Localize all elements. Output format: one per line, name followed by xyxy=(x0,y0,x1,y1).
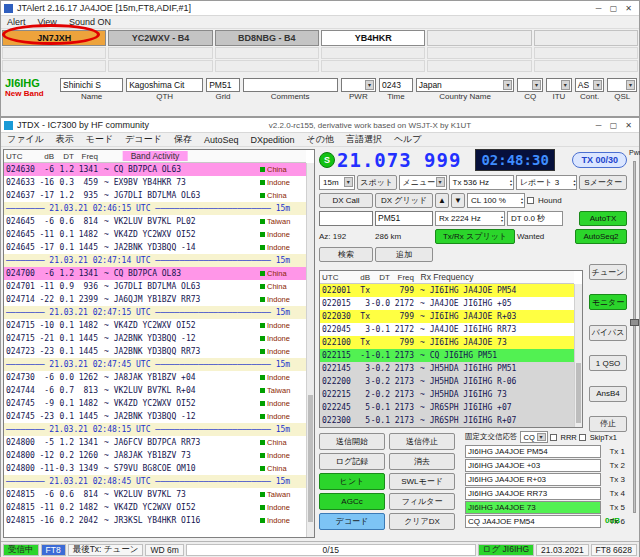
close-icon[interactable]: ✕ xyxy=(621,4,636,13)
menus-button[interactable]: メニュー▾ xyxy=(399,175,447,190)
decode-row[interactable]: 0222455-0.12173~ JR6SPH JI6IHG +07 xyxy=(320,401,574,414)
autoseq-button[interactable]: AutoSeq2 xyxy=(575,229,627,244)
decode-row[interactable]: 0222152-0.22173~ JH5HDA JI6IHG 73 xyxy=(320,388,574,401)
rx-freq-spinner[interactable]: Rx 2224 Hz▴▾ xyxy=(435,211,505,226)
continent-select[interactable]: AS▾ xyxy=(575,78,605,92)
decode-row[interactable]: 024745-230.11445~ JA2BNK YD3BQQ -12Indon… xyxy=(4,410,306,423)
decode-row[interactable]: 0222003-0.22173~ JH5HDA JI6IHG R-06 xyxy=(320,375,574,388)
side-button-停止[interactable]: 停止 xyxy=(589,416,627,432)
tx-message-field[interactable]: JI6IHG JA4JOE +03 xyxy=(465,459,601,472)
tx-message-field[interactable]: CQ JA4JOE PM54 xyxy=(465,515,601,528)
decode-row[interactable]: 022115-1-0.12173~ CQ JI6IHG PM51 xyxy=(320,349,574,362)
cq-zone-select[interactable]: ▾ xyxy=(517,78,543,92)
txrx-split-button[interactable]: Tx/Rx スプリット xyxy=(435,229,515,244)
spot-button[interactable]: スポット xyxy=(357,175,397,190)
minimize-icon[interactable]: ─ xyxy=(591,121,606,130)
decode-row[interactable]: 0223155-0.12173~ JR6SPH JI6IHG 73 xyxy=(320,427,574,428)
decode-row[interactable]: 0221453-0.22173~ JH5HDA JI6IHG PM51 xyxy=(320,362,574,375)
add-button[interactable]: 追加 xyxy=(375,247,433,262)
menu-item[interactable]: DXpedition xyxy=(244,135,300,145)
decode-row[interactable]: 024744-60.7813~ VK2LUV BV7KL R+04Taiwan xyxy=(4,384,306,397)
callsign-slot[interactable]: BD8NBG - B4 xyxy=(215,30,319,46)
pwr-select[interactable]: ▾ xyxy=(341,78,377,92)
menu-item[interactable]: その他 xyxy=(300,133,339,146)
freq-up-button[interactable]: ▲ xyxy=(435,193,449,208)
tx-watchdog-button[interactable]: TX 00/30 xyxy=(572,152,627,168)
decode-row[interactable]: 024745-90.11482~ VK4ZD YC2WXV OI52Indone xyxy=(4,397,306,410)
power-slider-track[interactable] xyxy=(633,161,636,513)
band-activity-scrollbar[interactable] xyxy=(306,163,314,537)
side-button-1-qso[interactable]: 1 QSO xyxy=(589,355,627,371)
decode-row[interactable]: 024700-61.21341~ CQ BD7PCA OL83China xyxy=(4,267,306,280)
scrollbar-thumb[interactable] xyxy=(308,395,313,522)
bottom-button[interactable]: AGCc xyxy=(319,493,385,510)
qth-field[interactable]: Kagoshima Cit xyxy=(126,78,203,92)
minimize-icon[interactable]: ─ xyxy=(591,4,606,13)
decode-row[interactable]: 024633-160.3459~ EX9BV YB4HKR 73Indone xyxy=(4,176,306,189)
bottom-button[interactable]: デコード xyxy=(319,513,385,530)
smeter-button[interactable]: Sメーター xyxy=(579,175,627,190)
scrollbar-thumb[interactable] xyxy=(576,363,581,423)
power-slider-handle[interactable] xyxy=(630,319,639,326)
decode-row[interactable]: 024714-220.12399~ JA6QJM YB1BZV RR73Indo… xyxy=(4,293,306,306)
tx-message-field[interactable]: JI6IHG JA4JOE R+03 xyxy=(465,473,601,486)
tx-message-field[interactable]: JI6IHG JA4JOE PM54 xyxy=(465,445,601,458)
maximize-icon[interactable]: ▢ xyxy=(606,121,621,130)
decode-row[interactable]: 0223005-0.12173~ JR6SPH JI6IHG R+07 xyxy=(320,414,574,427)
jtalert-titlebar[interactable]: JTAlert 2.16.17 JA4JOE [15m,FT8,ADIF,#1]… xyxy=(1,1,639,16)
decode-row[interactable]: 024637-171.2935~ JG7DLI BD7LMA OL63China xyxy=(4,189,306,202)
dt-spinner[interactable]: DT 0.0 秒 xyxy=(507,211,563,226)
menu-item[interactable]: 表示 xyxy=(50,133,80,146)
tx-select-button[interactable]: Tx 6 xyxy=(603,517,625,526)
close-icon[interactable]: ✕ xyxy=(621,121,636,130)
bottom-button[interactable]: ヒント xyxy=(319,473,385,490)
maximize-icon[interactable]: ▢ xyxy=(606,4,621,13)
decode-row[interactable]: 024701-110.9936~ JG7DLI BD7LMA OL63China xyxy=(4,280,306,293)
bottom-button[interactable]: 送信停止 xyxy=(389,433,455,450)
callsign-slot[interactable]: YC2WXV - B4 xyxy=(108,30,212,46)
decode-row[interactable]: 024815-160.22042~ JR3KSL YB4HKR OI16Indo… xyxy=(4,514,306,527)
skiptx1-checkbox[interactable] xyxy=(579,434,586,441)
decode-row[interactable]: 024715-100.11482~ VK4ZD YC2WXV OI52Indon… xyxy=(4,319,306,332)
dx-grid-button[interactable]: DX グリッド xyxy=(375,193,433,208)
tx-message-field[interactable]: JI6IHG JA4JOE 73 xyxy=(465,501,601,514)
search-button[interactable]: 検索 xyxy=(319,247,373,262)
decode-row[interactable]: 0220453-0.12172~ JA4JOE JI6IHG RR73 xyxy=(320,323,574,336)
decode-row[interactable]: 024645-60.6814~ VK2LUV BV7KL PL02Taiwan xyxy=(4,215,306,228)
decode-row[interactable]: 024800-120.21260~ JA8JAK YB1BZV 73Indone xyxy=(4,449,306,462)
bottom-button[interactable]: クリアDX xyxy=(389,513,455,530)
side-button-ansb4[interactable]: AnsB4 xyxy=(589,386,627,402)
spot-status-button[interactable]: S xyxy=(319,152,335,168)
decode-row[interactable]: 024800-51.21341~ JA6FCV BD7PCA RR73China xyxy=(4,436,306,449)
decode-row[interactable]: 024645-110.11482~ VK4ZD YC2WXV OI52Indon… xyxy=(4,228,306,241)
menu-item[interactable]: 保存 xyxy=(168,133,198,146)
tx-select-button[interactable]: Tx 5 xyxy=(603,503,625,512)
bottom-button[interactable]: ログ記録 xyxy=(319,453,385,470)
menu-item[interactable]: ヘルプ xyxy=(388,133,428,146)
menu-item[interactable]: 言語選択 xyxy=(340,133,388,146)
side-button-モニター[interactable]: モニター xyxy=(589,294,627,310)
spinner-arrows-icon[interactable]: ▴▾ xyxy=(571,179,575,187)
tx-select-button[interactable]: Tx 1 xyxy=(603,447,625,456)
side-button-バイパス[interactable]: バイパス xyxy=(589,325,627,341)
tx-select-button[interactable]: Tx 3 xyxy=(603,475,625,484)
band-select[interactable]: 15m▾ xyxy=(319,175,355,190)
rx-frequency-scrollbar[interactable] xyxy=(574,284,582,427)
tx-freq-spinner[interactable]: Tx 536 Hz▴▾ xyxy=(449,175,514,190)
autotx-button[interactable]: AutoTX xyxy=(579,211,627,226)
freq-down-button[interactable]: ▼ xyxy=(451,193,465,208)
bottom-button[interactable]: SWLモード xyxy=(389,473,455,490)
menu-item[interactable]: AutoSeq xyxy=(198,135,245,145)
jtdx-titlebar[interactable]: JTDX - IC7300 by HF community v2.2.0-rc1… xyxy=(1,118,639,133)
decode-row[interactable]: 024630-61.21341~ CQ BD7PCA OL63China xyxy=(4,163,306,176)
menu-item[interactable]: デコード xyxy=(119,133,168,146)
decode-row[interactable]: 024715-210.11445~ JA2BNK YD3BQQ -12Indon… xyxy=(4,332,306,345)
dx-call-field[interactable] xyxy=(319,211,373,226)
decode-row[interactable]: 024815-110.21482~ VK4ZD YC2WXV OI52Indon… xyxy=(4,501,306,514)
cq-mode-select[interactable]: CQ▾ xyxy=(520,431,548,443)
decode-row[interactable]: 024730-60.01262~ JA8JAK YB1BZV +04Indone xyxy=(4,371,306,384)
decode-row[interactable]: 024645-170.11445~ JA2BNK YD3BQQ -14Indon… xyxy=(4,241,306,254)
time-field[interactable]: 0243 xyxy=(379,78,413,92)
bottom-button[interactable]: 消去 xyxy=(389,453,455,470)
decode-row[interactable]: 022030Tx799~ JI6IHG JA4JOE R+03 xyxy=(320,310,574,323)
